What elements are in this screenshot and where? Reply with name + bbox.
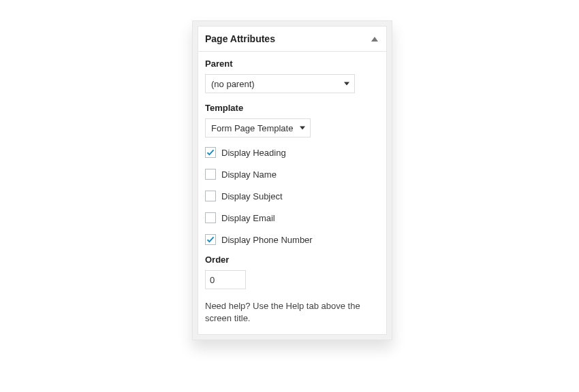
checkbox-label[interactable]: Display Email xyxy=(221,213,275,223)
checkbox-display-heading: Display Heading xyxy=(205,147,379,158)
collapse-toggle-icon[interactable] xyxy=(371,37,378,42)
order-input[interactable] xyxy=(205,270,246,289)
check-icon xyxy=(206,235,215,244)
template-select[interactable]: Form Page Template xyxy=(205,118,311,137)
checkbox-display-subject: Display Subject xyxy=(205,191,379,201)
display-options-list: Display Heading Display Name Display Sub… xyxy=(205,147,379,245)
checkbox-display-name: Display Name xyxy=(205,169,379,180)
checkbox-input[interactable] xyxy=(205,169,216,180)
help-text: Need help? Use the Help tab above the sc… xyxy=(205,300,379,325)
checkbox-display-email: Display Email xyxy=(205,212,379,223)
checkbox-label[interactable]: Display Heading xyxy=(221,148,286,158)
parent-field: Parent (no parent) xyxy=(205,59,379,93)
panel-body: Parent (no parent) Template Form Page Te… xyxy=(198,51,387,335)
template-field: Template Form Page Template xyxy=(205,103,379,137)
template-select-wrap: Form Page Template xyxy=(205,118,311,137)
order-field: Order xyxy=(205,255,379,289)
checkbox-display-phone: Display Phone Number xyxy=(205,234,379,245)
checkbox-label[interactable]: Display Name xyxy=(221,169,277,180)
checkbox-input[interactable] xyxy=(205,212,216,223)
template-label: Template xyxy=(205,103,379,113)
check-icon xyxy=(206,148,215,157)
parent-select[interactable]: (no parent) xyxy=(205,74,355,93)
parent-select-wrap: (no parent) xyxy=(205,74,355,93)
page-attributes-panel: Page Attributes Parent (no parent) Templ… xyxy=(192,20,392,340)
parent-label: Parent xyxy=(205,59,379,69)
panel-title: Page Attributes xyxy=(205,33,275,44)
order-label: Order xyxy=(205,255,379,265)
checkbox-input[interactable] xyxy=(205,234,216,245)
panel-header[interactable]: Page Attributes xyxy=(198,26,387,51)
checkbox-input[interactable] xyxy=(205,147,216,158)
checkbox-label[interactable]: Display Subject xyxy=(221,191,283,201)
checkbox-label[interactable]: Display Phone Number xyxy=(221,235,313,245)
checkbox-input[interactable] xyxy=(205,191,216,201)
